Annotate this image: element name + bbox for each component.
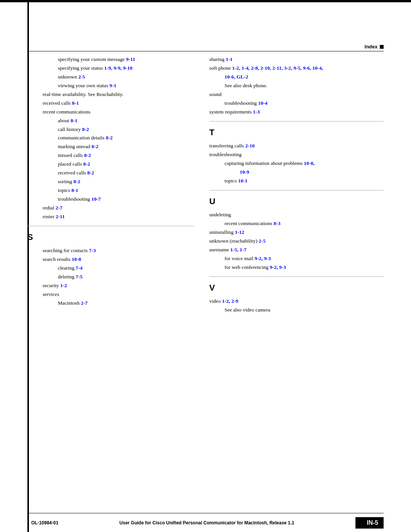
footer-doc-number: OL-10984-01 [31, 520, 58, 526]
footer-page: IN-5 [355, 517, 384, 529]
link-capturing-info[interactable]: 10-8, [304, 160, 314, 166]
entry-transferring-calls: transferring calls 2-10 [209, 142, 384, 150]
entry-sharing: sharing 1-1 [209, 55, 384, 64]
entry-placed-calls: placed calls 8-2 [58, 160, 194, 169]
entry-unknown: unknown 2-5 [58, 73, 194, 81]
link-searching-contacts[interactable]: 7-3 [89, 248, 96, 253]
link-call-history[interactable]: 8-2 [82, 126, 89, 132]
entry-call-history: call history 8-2 [58, 125, 194, 134]
entry-recent-comm-undeleting: recent communications 8-3 [225, 219, 384, 228]
footer-right-bar [364, 519, 365, 527]
link-topics-t[interactable]: 10-1 [238, 178, 248, 184]
link-uninstalling[interactable]: 1-12 [235, 229, 244, 235]
entry-services: services [43, 290, 194, 299]
link-recent-comm-undeleting[interactable]: 8-3 [274, 220, 280, 226]
link-soft-phone[interactable]: 1-2, 1-4, 2-8, 2-10, 2-11, 3-2, 9-5, 9-6… [232, 65, 323, 71]
link-received-calls-2[interactable]: 8-2 [87, 170, 94, 176]
link-placed-calls[interactable]: 8-2 [83, 161, 90, 167]
entry-search-results: search results 10-8 [43, 255, 194, 264]
footer-page-number: IN-5 [367, 519, 378, 526]
entry-voice-mail: for voice mail 9-2, 9-3 [225, 254, 384, 263]
entry-unknown-reachability: unknown (reachability) 2-5 [209, 237, 384, 246]
link-communication-details[interactable]: 8-2 [106, 135, 113, 141]
link-search-results[interactable]: 10-8 [72, 256, 81, 262]
link-system-requirements[interactable]: 1-3 [253, 109, 260, 115]
link-viewing-status[interactable]: 9-1 [110, 83, 116, 88]
link-troubleshooting-sound[interactable]: 10-4 [258, 100, 268, 106]
link-macintosh[interactable]: 2-7 [81, 300, 88, 306]
link-unknown-reachability[interactable]: 2-5 [259, 238, 266, 244]
link-redial[interactable]: 2-7 [56, 205, 62, 211]
entry-received-calls: received calls 8-1 [43, 99, 194, 108]
link-troubleshooting-recent[interactable]: 10-7 [91, 196, 101, 202]
entry-realtime: real-time availability. See Reachability… [43, 90, 194, 99]
link-transferring-calls[interactable]: 2-10 [245, 143, 255, 149]
section-v-letter: V [209, 281, 384, 295]
entry-searching-contacts: searching for contacts 7-3 [43, 246, 194, 255]
section-s-letter: S [27, 230, 194, 244]
header-title: Index [365, 44, 378, 50]
entry-sound: sound [209, 90, 384, 99]
right-column: sharing 1-1 soft phone 1-2, 1-4, 2-8, 2-… [206, 55, 384, 502]
entry-soft-phone: soft phone 1-2, 1-4, 2-8, 2-10, 2-11, 3-… [209, 64, 384, 81]
entry-uninstalling: uninstalling 1-12 [209, 228, 384, 237]
link-unknown[interactable]: 2-5 [78, 74, 85, 80]
entry-specifying-custom: specifying your custom message 9-11 [58, 55, 194, 64]
entry-marking-unread: marking unread 8-2 [58, 142, 194, 151]
entry-macintosh: Macintosh 2-7 [58, 299, 194, 308]
entry-received-calls-2: received calls 8-2 [58, 169, 194, 177]
section-t-letter: T [209, 125, 384, 139]
link-topics[interactable]: 8-1 [72, 187, 78, 193]
entry-specifying-status: specifying your status 1-9, 9-9, 9-10 [58, 64, 194, 73]
link-voice-mail[interactable]: 9-2, 9-3 [255, 256, 271, 261]
entry-topics: topics 8-1 [58, 186, 194, 195]
link-soft-phone-2[interactable]: 10-6, GL-2 [225, 74, 248, 80]
link-marking-unread[interactable]: 8-2 [91, 144, 98, 149]
entry-topics-t: topics 10-1 [225, 177, 384, 185]
top-bar [0, 0, 411, 2]
link-security[interactable]: 1-2 [60, 283, 67, 288]
link-received-calls[interactable]: 8-1 [72, 100, 79, 106]
page: Index specifying your custom message 9-1… [0, 0, 411, 532]
entry-username: username 1-5, 1-7 [209, 246, 384, 254]
link-roster[interactable]: 2-11 [56, 214, 65, 219]
entry-viewing-status: viewing your own status 9-1 [58, 81, 194, 90]
entry-see-video-camera: See also video camera [225, 306, 384, 315]
entry-roster: roster 2-11 [43, 212, 194, 221]
left-column: specifying your custom message 9-11 spec… [27, 55, 206, 502]
section-divider-u [209, 190, 384, 190]
entry-troubleshooting-sound: troubleshooting 10-4 [225, 99, 384, 108]
link-specifying-status[interactable]: 1-9, 9-9, 9-10 [104, 65, 132, 71]
link-web-conferencing[interactable]: 9-2, 9-3 [270, 264, 286, 270]
link-specifying-custom[interactable]: 9-11 [126, 56, 135, 62]
link-capturing-info-2[interactable]: 10-9 [240, 169, 249, 175]
link-sharing[interactable]: 1-1 [226, 56, 233, 62]
link-about[interactable]: 8-1 [70, 118, 77, 123]
entry-deleting: deleting 7-5 [58, 273, 194, 281]
link-username[interactable]: 1-5, 1-7 [230, 247, 247, 252]
entry-missed-calls: missed calls 8-2 [58, 151, 194, 160]
entry-video: video 1-2, 2-9 [209, 297, 384, 306]
header-square [380, 45, 384, 49]
entry-system-requirements: system requirements 1-3 [209, 108, 384, 117]
entry-troubleshooting: troubleshooting [209, 150, 384, 159]
entry-security: security 1-2 [43, 281, 194, 290]
page-footer: OL-10984-01 User Guide for Cisco Unified… [27, 513, 384, 532]
link-clearing[interactable]: 7-4 [76, 265, 83, 271]
main-content: specifying your custom message 9-11 spec… [27, 55, 384, 502]
entry-communication-details: communication details 8-2 [58, 134, 194, 142]
footer-title: User Guide for Cisco Unified Personal Co… [119, 520, 294, 526]
section-divider-v [209, 276, 384, 277]
entry-undeleting: undeleting [209, 211, 384, 219]
link-sorting[interactable]: 8-2 [73, 179, 80, 184]
entry-see-desk-phone: See also desk phone. [225, 81, 384, 90]
entry-redial: redial 2-7 [43, 204, 194, 212]
link-missed-calls[interactable]: 8-2 [84, 152, 91, 158]
entry-sorting: sorting 8-2 [58, 177, 194, 186]
link-video[interactable]: 1-2, 2-9 [222, 298, 238, 304]
entry-capturing-info: capturing information about problems 10-… [225, 159, 384, 177]
entry-recent-communications: recent communications [43, 108, 194, 117]
section-divider-t [209, 121, 384, 121]
link-deleting[interactable]: 7-5 [76, 274, 83, 280]
footer-left: OL-10984-01 [27, 519, 58, 527]
